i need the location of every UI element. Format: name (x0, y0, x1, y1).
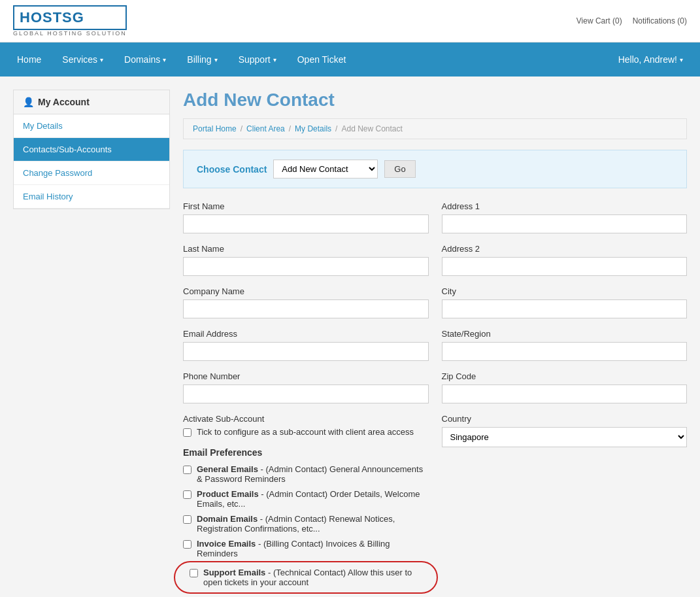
state-label: State/Region (442, 329, 688, 339)
main-content: Add New Contact Portal Home / Client Are… (183, 90, 687, 597)
zip-input[interactable] (442, 384, 688, 403)
top-bar: HOSTSG GLOBAL HOSTING SOLUTION View Cart… (0, 0, 700, 43)
invoice-emails-item: Invoice Emails - (Billing Contact) Invoi… (183, 539, 429, 558)
billing-caret: ▾ (214, 56, 218, 63)
notifications-link[interactable]: Notifications (0) (633, 16, 687, 26)
go-button[interactable]: Go (384, 160, 415, 178)
country-select[interactable]: Singapore Malaysia United States United … (442, 427, 688, 447)
domain-emails-label: Domain Emails - (Admin Contact) Renewal … (197, 514, 429, 534)
domain-emails-item: Domain Emails - (Admin Contact) Renewal … (183, 514, 429, 534)
email-prefs-section: Email Preferences General Emails - (Admi… (183, 447, 429, 596)
first-name-input[interactable] (183, 214, 429, 233)
email-label: Email Address (183, 329, 429, 339)
product-emails-check[interactable] (183, 490, 192, 499)
city-input[interactable] (442, 299, 688, 318)
email-group: Email Address (183, 329, 429, 361)
product-emails-item: Product Emails - (Admin Contact) Order D… (183, 489, 429, 509)
nav-services[interactable]: Services ▾ (52, 43, 114, 77)
sub-account-label: Activate Sub-Account (183, 414, 429, 424)
address1-input[interactable] (442, 214, 688, 233)
choose-contact-label: Choose Contact (197, 164, 267, 175)
main-layout: 👤 My Account My Details Contacts/Sub-Acc… (0, 77, 700, 597)
invoice-emails-check[interactable] (183, 540, 192, 549)
page-title: Add New Contact (183, 90, 687, 111)
breadcrumb-client-area[interactable]: Client Area (246, 124, 285, 133)
breadcrumb: Portal Home / Client Area / My Details /… (183, 118, 687, 139)
address1-label: Address 1 (442, 201, 688, 211)
address2-input[interactable] (442, 257, 688, 276)
phone-input[interactable] (183, 384, 429, 403)
logo: HOSTSG GLOBAL HOSTING SOLUTION (13, 5, 127, 37)
sidebar-item-my-details[interactable]: My Details (14, 114, 169, 138)
nav-domains[interactable]: Domains ▾ (114, 43, 176, 77)
domain-emails-check[interactable] (183, 515, 192, 524)
breadcrumb-sep3: / (335, 124, 337, 133)
country-label: Country (442, 414, 688, 424)
user-caret: ▾ (680, 56, 683, 63)
sub-account-check-label: Tick to configure as a sub-account with … (197, 427, 414, 437)
cart-link[interactable]: View Cart (0) (576, 16, 622, 26)
email-input[interactable] (183, 342, 429, 361)
invoice-emails-label: Invoice Emails - (Billing Contact) Invoi… (197, 539, 429, 558)
top-right-links: View Cart (0) Notifications (0) (576, 16, 687, 26)
choose-contact-bar: Choose Contact Add New Contact Go (183, 150, 687, 188)
sub-account-check-group: Tick to configure as a sub-account with … (183, 427, 429, 437)
city-group: City (442, 286, 688, 318)
product-emails-label: Product Emails - (Admin Contact) Order D… (197, 489, 429, 509)
sub-account-checkbox[interactable] (183, 428, 192, 437)
support-caret: ▾ (273, 56, 276, 63)
breadcrumb-sep1: / (241, 124, 242, 133)
domains-caret: ▾ (163, 56, 166, 63)
sidebar: 👤 My Account My Details Contacts/Sub-Acc… (13, 90, 170, 597)
nav-support[interactable]: Support ▾ (228, 43, 287, 77)
state-input[interactable] (442, 342, 688, 361)
first-name-label: First Name (183, 201, 429, 211)
form-left-col: First Name Last Name Company Name Email … (183, 201, 435, 597)
phone-group: Phone Number (183, 371, 429, 403)
breadcrumb-portal-home[interactable]: Portal Home (193, 124, 237, 133)
company-name-group: Company Name (183, 286, 429, 318)
general-emails-item: General Emails - (Admin Contact) General… (183, 464, 429, 484)
sidebar-item-contacts[interactable]: Contacts/Sub-Accounts (14, 138, 169, 162)
nav-billing[interactable]: Billing ▾ (176, 43, 227, 77)
sidebar-section-account: 👤 My Account My Details Contacts/Sub-Acc… (13, 90, 170, 209)
nav-bar: Home Services ▾ Domains ▾ Billing ▾ Supp… (0, 43, 700, 77)
state-group: State/Region (442, 329, 688, 361)
general-emails-check[interactable] (183, 466, 192, 474)
company-name-label: Company Name (183, 286, 429, 296)
email-prefs-title: Email Preferences (183, 447, 429, 458)
first-name-group: First Name (183, 201, 429, 233)
country-group: Country Singapore Malaysia United States… (442, 414, 688, 447)
address2-group: Address 2 (442, 244, 688, 276)
sidebar-item-email-history[interactable]: Email History (14, 185, 169, 209)
breadcrumb-current: Add New Contact (341, 124, 402, 133)
sidebar-header: 👤 My Account (14, 90, 169, 114)
account-icon: 👤 (23, 97, 34, 107)
nav-home[interactable]: Home (7, 43, 52, 77)
phone-label: Phone Number (183, 371, 429, 381)
general-emails-label: General Emails - (Admin Contact) General… (197, 464, 429, 484)
zip-label: Zip Code (442, 371, 688, 381)
logo-sub: GLOBAL HOSTING SOLUTION (13, 30, 127, 37)
company-name-input[interactable] (183, 299, 429, 318)
breadcrumb-sep2: / (289, 124, 291, 133)
last-name-input[interactable] (183, 257, 429, 276)
last-name-group: Last Name (183, 244, 429, 276)
last-name-label: Last Name (183, 244, 429, 254)
nav-open-ticket[interactable]: Open Ticket (287, 43, 357, 77)
zip-group: Zip Code (442, 371, 688, 403)
choose-contact-select[interactable]: Add New Contact (273, 160, 378, 179)
support-emails-item: Support Emails - (Technical Contact) All… (183, 564, 429, 591)
logo-text: HOSTSG (20, 9, 84, 26)
nav-user[interactable]: Hello, Andrew! ▾ (608, 43, 693, 77)
breadcrumb-my-details[interactable]: My Details (295, 124, 331, 133)
form-right-col: Address 1 Address 2 City State/Region Zi (435, 201, 688, 597)
services-caret: ▾ (100, 56, 103, 63)
address2-label: Address 2 (442, 244, 688, 254)
address1-group: Address 1 (442, 201, 688, 233)
sidebar-title: My Account (38, 97, 90, 107)
support-emails-label: Support Emails - (Technical Contact) All… (203, 568, 413, 587)
city-label: City (442, 286, 688, 296)
sidebar-item-change-password[interactable]: Change Password (14, 162, 169, 185)
support-emails-check[interactable] (190, 569, 198, 577)
